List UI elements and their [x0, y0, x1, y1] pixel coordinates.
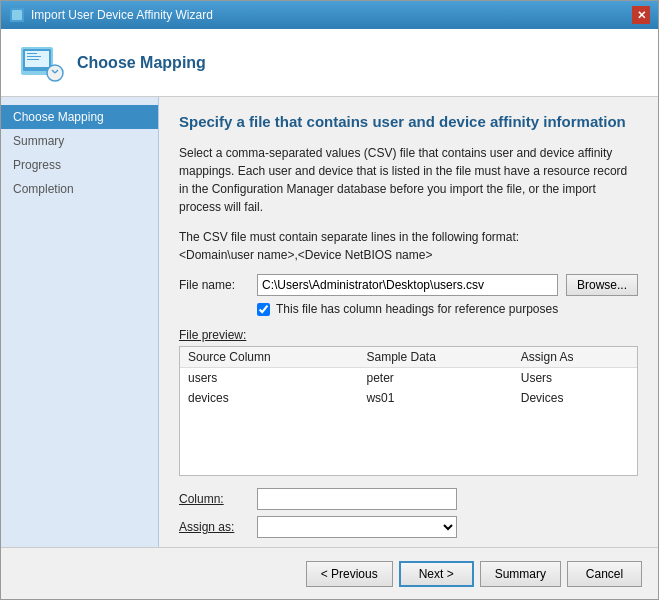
column-row: Column:: [179, 488, 638, 510]
title-bar-left: Import User Device Affinity Wizard: [9, 7, 213, 23]
table-row: userspeterUsers: [180, 368, 637, 389]
svg-rect-6: [27, 56, 41, 57]
svg-rect-5: [27, 53, 37, 54]
sidebar-item-summary[interactable]: Summary: [1, 129, 158, 153]
content-title: Specify a file that contains user and de…: [179, 113, 638, 130]
cancel-button[interactable]: Cancel: [567, 561, 642, 587]
col-header-sample: Sample Data: [358, 347, 512, 368]
summary-button[interactable]: Summary: [480, 561, 561, 587]
file-name-label: File name:: [179, 278, 249, 292]
close-button[interactable]: ✕: [632, 6, 650, 24]
next-button[interactable]: Next >: [399, 561, 474, 587]
content-area: Specify a file that contains user and de…: [159, 97, 658, 547]
description-text: Select a comma-separated values (CSV) fi…: [179, 144, 638, 216]
file-preview-table-wrapper: Source Column Sample Data Assign As user…: [179, 346, 638, 476]
assign-as-label: Assign as:: [179, 520, 249, 534]
wizard-header: Choose Mapping: [1, 29, 658, 97]
browse-button[interactable]: Browse...: [566, 274, 638, 296]
svg-rect-7: [27, 59, 39, 60]
checkbox-row: This file has column headings for refere…: [257, 302, 638, 316]
sidebar-item-progress[interactable]: Progress: [1, 153, 158, 177]
sidebar-item-completion[interactable]: Completion: [1, 177, 158, 201]
assign-as-select[interactable]: Users Devices: [257, 516, 457, 538]
sidebar: Choose Mapping Summary Progress Completi…: [1, 97, 159, 547]
column-input[interactable]: [257, 488, 457, 510]
preview-table: Source Column Sample Data Assign As user…: [180, 347, 637, 408]
format-example: <Domain\user name>,<Device NetBIOS name>: [179, 248, 638, 262]
checkbox-label: This file has column headings for refere…: [276, 302, 558, 316]
sidebar-item-choose-mapping[interactable]: Choose Mapping: [1, 105, 158, 129]
file-preview-label: File preview:: [179, 328, 638, 342]
file-name-input[interactable]: [257, 274, 558, 296]
title-bar: Import User Device Affinity Wizard ✕: [1, 1, 658, 29]
table-row: devicesws01Devices: [180, 388, 637, 408]
column-headings-checkbox[interactable]: [257, 303, 270, 316]
file-name-row: File name: Browse...: [179, 274, 638, 296]
format-label: The CSV file must contain separate lines…: [179, 230, 638, 244]
col-header-assign: Assign As: [513, 347, 637, 368]
column-label: Column:: [179, 492, 249, 506]
main-content: Choose Mapping Summary Progress Completi…: [1, 97, 658, 547]
assign-as-row: Assign as: Users Devices: [179, 516, 638, 538]
svg-rect-1: [12, 10, 22, 20]
previous-button[interactable]: < Previous: [306, 561, 393, 587]
wizard-icon: [17, 39, 65, 87]
column-assign-section: Column: Assign as: Users Devices: [179, 488, 638, 538]
col-header-source: Source Column: [180, 347, 358, 368]
footer: < Previous Next > Summary Cancel: [1, 547, 658, 599]
main-window: Import User Device Affinity Wizard ✕ Cho…: [0, 0, 659, 600]
wizard-header-title: Choose Mapping: [77, 54, 206, 72]
window-icon: [9, 7, 25, 23]
window-title: Import User Device Affinity Wizard: [31, 8, 213, 22]
